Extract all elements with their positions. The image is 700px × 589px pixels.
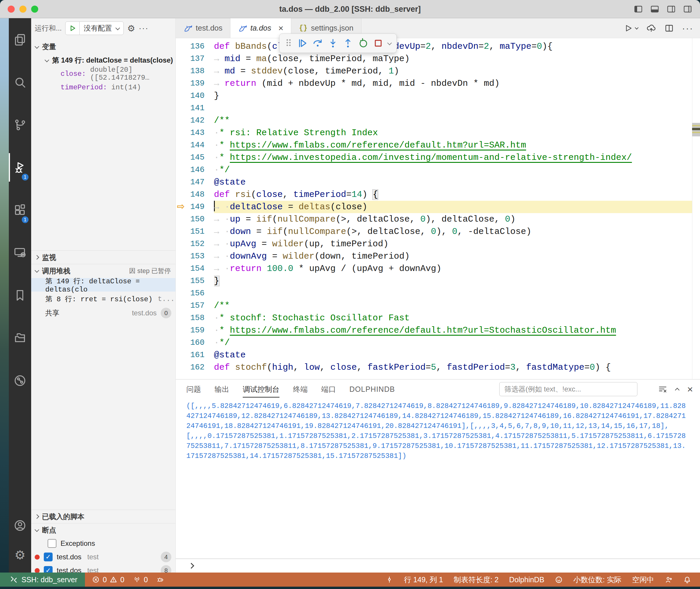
stack-frame[interactable]: 第 8 行: rret = rsi(close) t... bbox=[31, 292, 176, 306]
code-line[interactable]: 144·* https://www.fmlabs.com/reference/d… bbox=[176, 139, 700, 151]
code-line[interactable]: 162def stochf(high, low, close, fastkPer… bbox=[176, 361, 700, 374]
exceptions-checkbox[interactable] bbox=[48, 539, 56, 548]
step-over-button[interactable] bbox=[312, 38, 323, 48]
stop-button[interactable] bbox=[373, 38, 383, 48]
code-line[interactable]: 159·* https://www.fmlabs.com/reference/d… bbox=[176, 324, 700, 337]
server-state[interactable]: 空闲中 bbox=[632, 575, 654, 585]
continue-button[interactable] bbox=[297, 38, 308, 48]
breakpoint-row[interactable]: ✓ test.dos test 4 bbox=[31, 550, 176, 564]
section-watch[interactable]: 监视 bbox=[31, 250, 176, 264]
sidebar-item-bookmarks[interactable] bbox=[9, 274, 31, 317]
config-dropdown[interactable]: 没有配置 bbox=[80, 23, 124, 33]
sidebar-item-project-folders[interactable] bbox=[9, 317, 31, 359]
code-line[interactable]: 146·*/ bbox=[176, 164, 700, 176]
code-line[interactable]: 158·* stochf: Stochastic Oscillator Fast bbox=[176, 312, 700, 324]
section-call-stack[interactable]: 调用堆栈 因 step 已暂停 bbox=[31, 264, 176, 277]
line-number-gutter[interactable]: 154 bbox=[176, 262, 214, 275]
code-area[interactable]: 136def bBands(close, timePeriod=5, nbdev… bbox=[176, 38, 700, 374]
sidebar-item-run-debug[interactable]: 1 bbox=[9, 146, 31, 189]
code-line[interactable]: 145·* https://www.investopedia.com/inves… bbox=[176, 151, 700, 164]
line-number-gutter[interactable]: 144 bbox=[176, 139, 214, 151]
code-line[interactable]: 161@state bbox=[176, 349, 700, 361]
breakpoint-checkbox[interactable]: ✓ bbox=[44, 553, 53, 561]
line-number-gutter[interactable]: 147 bbox=[176, 176, 214, 188]
feedback-smiley-icon[interactable] bbox=[555, 576, 563, 584]
step-into-button[interactable] bbox=[328, 38, 338, 48]
debug-console-input[interactable] bbox=[176, 558, 700, 573]
line-number-gutter[interactable]: 145 bbox=[176, 151, 214, 164]
upload-sync-icon[interactable] bbox=[646, 23, 656, 33]
filter-icon[interactable] bbox=[658, 384, 667, 394]
problems-status[interactable]: 0 0 bbox=[92, 576, 124, 584]
line-number-gutter[interactable]: 157 bbox=[176, 300, 214, 312]
code-line[interactable]: 154→ ·return 100.0 * upAvg / (upAvg + do… bbox=[176, 262, 700, 275]
line-number-gutter[interactable]: 142 bbox=[176, 114, 214, 127]
person-arrow-icon[interactable] bbox=[665, 576, 673, 584]
line-number-gutter[interactable]: 150 bbox=[176, 213, 214, 225]
line-number-gutter[interactable]: 155 bbox=[176, 275, 214, 287]
panel-tab-dolphindb[interactable]: DOLPHINDB bbox=[349, 385, 395, 394]
line-number-gutter[interactable]: 151 bbox=[176, 225, 214, 238]
variable-row[interactable]: close: double[20]([52.14718279… bbox=[31, 67, 176, 80]
exceptions-breakpoint-row[interactable]: Exceptions bbox=[31, 537, 176, 550]
code-line[interactable]: 137→ mid = ma(close, timePeriod, maType) bbox=[176, 53, 700, 65]
line-number-gutter[interactable]: 159 bbox=[176, 324, 214, 337]
sidebar-item-search[interactable] bbox=[9, 61, 31, 104]
line-number-gutter[interactable]: 161 bbox=[176, 349, 214, 361]
code-line[interactable]: 151→ ·down = iif(nullCompare(>, deltaClo… bbox=[176, 225, 700, 238]
code-line[interactable]: 139→ return (mid + nbdevUp * md, mid, mi… bbox=[176, 77, 700, 89]
sidebar-item-extensions[interactable]: 1 bbox=[9, 189, 31, 231]
line-number-gutter[interactable]: 158 bbox=[176, 312, 214, 324]
toolbar-drag-grip[interactable] bbox=[285, 38, 292, 48]
panel-tab-output[interactable]: 输出 bbox=[215, 384, 229, 394]
line-number-gutter[interactable]: 152 bbox=[176, 238, 214, 250]
ports-status[interactable]: 0 bbox=[133, 576, 148, 584]
stack-frame-selected[interactable]: 第 149 行: deltaClose = deltas(clo bbox=[31, 278, 176, 291]
code-line[interactable]: 152→ ·upAvg = wilder(up, timePeriod) bbox=[176, 238, 700, 250]
code-line[interactable]: 142/** bbox=[176, 114, 700, 127]
line-number-gutter[interactable]: 153 bbox=[176, 250, 214, 262]
line-number-gutter[interactable]: 138 bbox=[176, 65, 214, 77]
account-button[interactable] bbox=[9, 511, 31, 540]
panel-tab-terminal[interactable]: 终端 bbox=[293, 384, 308, 394]
stack-frame-thread[interactable]: 共享 test.dos 0 bbox=[31, 306, 176, 320]
breakpoint-row[interactable]: ✓ test.dos test 8 bbox=[31, 564, 176, 573]
toolbar-dropdown-icon[interactable] bbox=[387, 40, 392, 45]
code-line[interactable]: 147@state bbox=[176, 176, 700, 188]
scrollbar-thumb[interactable] bbox=[692, 123, 700, 136]
indentation-setting[interactable]: 制表符长度: 2 bbox=[454, 575, 499, 585]
cursor-position[interactable]: 行 149, 列 1 bbox=[404, 575, 443, 585]
debug-settings-gear-icon[interactable]: ⚙ bbox=[127, 23, 135, 33]
code-line[interactable]: 160·*/ bbox=[176, 337, 700, 349]
code-line[interactable]: 155} bbox=[176, 275, 700, 287]
sidebar-item-remote-explorer[interactable] bbox=[9, 231, 31, 274]
code-line[interactable]: 150→ ·up = iif(nullCompare(>, deltaClose… bbox=[176, 213, 700, 225]
code-line[interactable]: ⇨149→ ·deltaClose = deltas(close) bbox=[176, 201, 700, 213]
code-line[interactable]: 138→ md = stddev(close, timePeriod, 1) bbox=[176, 65, 700, 77]
code-line[interactable]: 136def bBands(close, timePeriod=5, nbdev… bbox=[176, 40, 700, 53]
run-file-button[interactable] bbox=[624, 24, 638, 33]
code-line[interactable]: 143·* rsi: Relative Strength Index bbox=[176, 127, 700, 139]
line-number-gutter[interactable]: 140 bbox=[176, 89, 214, 102]
toggle-secondary-sidebar-icon[interactable] bbox=[667, 4, 676, 14]
debug-status[interactable] bbox=[157, 576, 164, 583]
close-tab-icon[interactable]: × bbox=[278, 24, 284, 33]
step-out-button[interactable] bbox=[342, 38, 353, 48]
editor-scrollbar[interactable] bbox=[692, 38, 700, 379]
line-number-gutter[interactable]: 156 bbox=[176, 287, 214, 300]
code-line[interactable]: 148def rsi(close, timePeriod=14) { bbox=[176, 188, 700, 201]
panel-tab-problems[interactable]: 问题 bbox=[186, 384, 201, 394]
sidebar-item-explorer[interactable] bbox=[9, 18, 31, 61]
decimal-display-setting[interactable]: 小数位数: 实际 bbox=[573, 575, 622, 585]
close-panel-icon[interactable]: × bbox=[687, 384, 693, 394]
line-number-gutter[interactable]: 148 bbox=[176, 188, 214, 201]
section-loaded-scripts[interactable]: 已载入的脚本 bbox=[31, 510, 176, 523]
variable-row[interactable]: timePeriod: int(14) bbox=[31, 80, 176, 94]
line-number-gutter[interactable]: 136 bbox=[176, 40, 214, 53]
toggle-panel-icon[interactable] bbox=[650, 4, 660, 14]
sidebar-item-source-control[interactable] bbox=[9, 104, 31, 146]
line-number-gutter[interactable]: 143 bbox=[176, 127, 214, 139]
line-number-gutter[interactable]: 162 bbox=[176, 361, 214, 374]
remote-indicator[interactable]: SSH: ddb_server bbox=[0, 573, 85, 587]
line-number-gutter[interactable]: 141 bbox=[176, 102, 214, 114]
